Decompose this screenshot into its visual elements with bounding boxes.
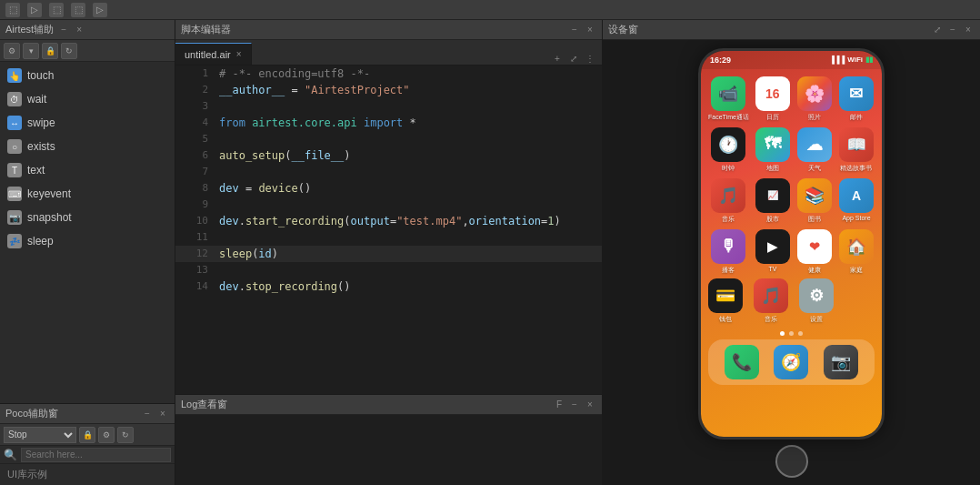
dock-safari-icon[interactable]: 🧭	[774, 345, 808, 379]
ios-app-calendar[interactable]: 16 日历	[755, 76, 791, 122]
imusic-label: 音乐	[765, 315, 777, 324]
airtest-panel-title: Airtest辅助	[5, 23, 54, 36]
script-editor-panel: 脚本编辑器 − × untitled.air × + ⤢ ⋮ 1 # -*- e…	[175, 20, 603, 485]
ios-app-weather[interactable]: ☁ 天气	[796, 127, 833, 173]
imusic-icon: 🎵	[754, 278, 788, 313]
airtest-item-list: 👆 touch ⏱ wait ↔ swipe ○ exists T text ⌨	[0, 62, 175, 403]
ios-app-home[interactable]: 🏠 家庭	[838, 229, 875, 275]
airtest-item-keyevent[interactable]: ⌨ keyevent	[0, 182, 175, 206]
facetime-icon: 📹	[711, 76, 745, 111]
toolbar-icon-3[interactable]: ⬚	[49, 3, 64, 17]
ios-app-appstore[interactable]: A App Store	[838, 178, 875, 224]
device-panel: 设备窗 ⤢ − × 16:29 ▐▐▐ WiFi	[603, 20, 980, 485]
editor-add-tab-btn[interactable]: +	[551, 52, 564, 65]
ios-home-button[interactable]	[775, 445, 808, 478]
airtest-item-sleep-label: sleep	[27, 235, 54, 248]
wallet-label: 钱包	[719, 315, 732, 324]
tv-icon: ▶	[755, 229, 790, 264]
ios-app-settings[interactable]: ⚙ 设置	[799, 278, 834, 324]
ios-app-books[interactable]: 📚 图书	[796, 178, 833, 224]
code-line-8: 8 dev = device()	[175, 180, 602, 197]
home-icon: 🏠	[839, 229, 874, 264]
editor-minimize-btn[interactable]: −	[568, 24, 581, 36]
airtest-chevron-icon[interactable]: ▾	[23, 43, 39, 59]
airtest-item-touch-label: touch	[27, 69, 54, 82]
airtest-item-exists-label: exists	[27, 140, 55, 153]
poco-mode-select[interactable]: Stop	[4, 427, 76, 443]
ios-app-stocks[interactable]: 📈 股市	[755, 178, 791, 224]
ios-app-mail[interactable]: ✉ 邮件	[838, 76, 875, 122]
toolbar-icon-4[interactable]: ⬚	[71, 3, 85, 17]
airtest-item-keyevent-label: keyevent	[27, 187, 71, 200]
poco-panel-header: Poco辅助窗 − ×	[0, 404, 175, 424]
device-expand-icon[interactable]: ⤢	[931, 24, 944, 36]
ios-app-imusic[interactable]: 🎵 音乐	[754, 278, 788, 324]
ios-app-photos[interactable]: 🌸 照片	[796, 76, 833, 122]
toolbar-icon-1[interactable]: ⬚	[5, 3, 20, 17]
ios-app-music[interactable]: 🎵 音乐	[708, 178, 749, 224]
log-panel: Log查看窗 F − ×	[175, 394, 602, 485]
books-icon: 📚	[797, 178, 832, 213]
airtest-close-btn[interactable]: ×	[73, 24, 85, 36]
code-editor[interactable]: 1 # -*- encoding=utf8 -*- 2 __author__ =…	[175, 66, 602, 394]
editor-tab-close[interactable]: ×	[236, 49, 242, 59]
device-close-btn[interactable]: ×	[962, 24, 975, 36]
ios-app-maps[interactable]: 🗺 地图	[755, 127, 791, 173]
ios-app-facetime[interactable]: 📹 FaceTime通话	[708, 76, 749, 122]
iphone-screen[interactable]: 16:29 ▐▐▐ WiFi ▮▮ 📹 FaceTime通话	[701, 51, 882, 437]
photos-label: 照片	[808, 113, 821, 122]
touch-icon: 👆	[7, 68, 22, 83]
airtest-item-exists[interactable]: ○ exists	[0, 135, 175, 158]
maps-label: 地图	[766, 164, 779, 173]
airtest-item-text[interactable]: T text	[0, 158, 175, 182]
poco-close-btn[interactable]: ×	[156, 408, 169, 420]
dock-camera-icon[interactable]: 📷	[824, 345, 858, 379]
editor-title: 脚本编辑器	[181, 23, 231, 36]
ios-app-clock[interactable]: 🕐 时钟	[708, 127, 749, 173]
ios-app-tv[interactable]: ▶ TV	[755, 229, 791, 275]
code-line-4: 4 from airtest.core.api import *	[175, 115, 602, 131]
poco-search-bar: 🔍	[0, 446, 175, 464]
airtest-panel-header: Airtest辅助 − ×	[0, 20, 175, 40]
poco-refresh-icon[interactable]: ↻	[117, 427, 134, 443]
airtest-item-swipe[interactable]: ↔ swipe	[0, 111, 175, 135]
health-label: 健康	[808, 266, 821, 275]
airtest-settings-icon[interactable]: ⚙	[4, 43, 20, 59]
airtest-item-touch[interactable]: 👆 touch	[0, 64, 175, 87]
airtest-item-snapshot[interactable]: 📷 snapshot	[0, 206, 175, 229]
poco-minimize-btn[interactable]: −	[141, 408, 154, 420]
ios-app-wallet[interactable]: 💳 钱包	[708, 278, 743, 324]
log-icon-f[interactable]: F	[553, 399, 565, 411]
ios-app-stories[interactable]: 📖 精选故事书	[838, 127, 875, 173]
device-panel-header: 设备窗 ⤢ − ×	[603, 20, 980, 40]
code-line-14: 14 dev.stop_recording()	[175, 278, 602, 295]
ios-app-health[interactable]: ❤ 健康	[796, 229, 833, 275]
ios-app-podcast[interactable]: 🎙 播客	[708, 229, 749, 275]
editor-close-btn[interactable]: ×	[584, 24, 596, 36]
dock-phone-icon[interactable]: 📞	[725, 345, 759, 379]
airtest-refresh-icon[interactable]: ↻	[61, 43, 77, 59]
ios-time: 16:29	[710, 56, 731, 65]
ios-home-indicator	[775, 445, 808, 478]
device-minimize-btn[interactable]: −	[946, 24, 959, 36]
log-minimize-btn[interactable]: −	[568, 399, 581, 411]
poco-search-input[interactable]	[21, 448, 171, 462]
ios-dot-1	[780, 331, 785, 336]
weather-icon: ☁	[797, 127, 832, 162]
airtest-item-wait[interactable]: ⏱ wait	[0, 87, 175, 111]
toolbar-icon-2[interactable]: ▷	[27, 3, 42, 17]
ios-signal-icon: ▐▐▐	[829, 56, 845, 64]
poco-lock-icon[interactable]: 🔒	[79, 427, 95, 443]
editor-tab-untitled[interactable]: untitled.air ×	[175, 43, 252, 65]
airtest-minimize-btn[interactable]: −	[57, 24, 70, 36]
toolbar-icon-5[interactable]: ▷	[93, 3, 107, 17]
editor-expand-btn[interactable]: ⤢	[567, 52, 580, 65]
log-close-btn[interactable]: ×	[584, 399, 596, 411]
airtest-item-sleep[interactable]: 💤 sleep	[0, 229, 175, 253]
swipe-icon: ↔	[7, 116, 22, 130]
editor-settings-btn[interactable]: ⋮	[584, 52, 596, 65]
airtest-item-snapshot-label: snapshot	[27, 211, 72, 224]
airtest-lock-icon[interactable]: 🔒	[42, 43, 58, 59]
airtest-item-text-label: text	[27, 164, 45, 177]
poco-settings-icon[interactable]: ⚙	[98, 427, 115, 443]
